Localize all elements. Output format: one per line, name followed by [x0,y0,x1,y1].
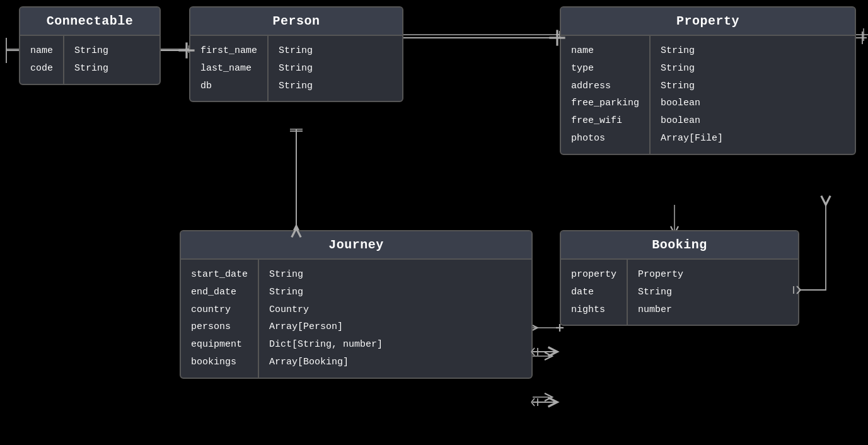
entity-journey-title: Journey [181,231,531,260]
entity-booking-types: Property String number [627,260,693,325]
entity-connectable-fields: name code [20,36,63,84]
entity-property-title: Property [561,8,855,36]
entity-connectable: Connectable name code String String [19,6,161,85]
entity-journey-fields: start_date end_date country persons equi… [181,260,258,378]
entity-journey: Journey start_date end_date country pers… [180,230,533,379]
entity-property: Property name type address free_parking … [560,6,856,155]
entity-journey-types: String String Country Array[Person] Dict… [258,260,393,378]
entity-connectable-types: String String [63,36,119,84]
entity-property-fields: name type address free_parking free_wifi… [561,36,649,154]
entity-person: Person first_name last_name db String St… [189,6,403,102]
entity-person-fields: first_name last_name db [190,36,267,101]
diagram-canvas: Connectable name code String String Pers… [0,0,868,445]
entity-property-types: String String String boolean boolean Arr… [649,36,733,154]
entity-booking: Booking property date nights Property St… [560,230,799,326]
entity-booking-fields: property date nights [561,260,627,325]
entity-booking-title: Booking [561,231,798,260]
entity-person-title: Person [190,8,402,36]
entity-connectable-title: Connectable [20,8,159,36]
svg-line-32 [531,402,535,406]
entity-person-types: String String String [267,36,323,101]
svg-line-31 [531,398,535,402]
